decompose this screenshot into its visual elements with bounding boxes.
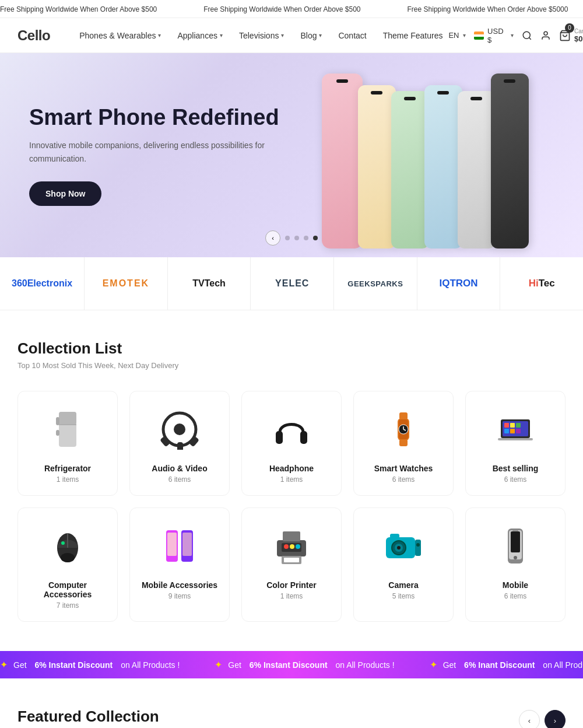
collection-refrigerator[interactable]: Refrigerator 1 items (17, 391, 118, 496)
svg-point-46 (290, 544, 294, 549)
brand-geeksparks[interactable]: GEEKSPARKS (334, 257, 417, 310)
chevron-down-icon: ▾ (511, 32, 514, 38)
svg-point-0 (523, 32, 530, 38)
hero-dot-3[interactable] (304, 236, 308, 240)
collection-mobile[interactable]: Mobile 6 items (465, 508, 566, 622)
collection-mobile-accessories[interactable]: Mobile Accessories 9 items (129, 508, 230, 622)
featured-title: Featured Collection (17, 708, 178, 726)
collection-name: Audio & Video (152, 464, 207, 473)
svg-rect-37 (167, 533, 177, 556)
phone-green (391, 91, 429, 249)
svg-rect-29 (510, 429, 515, 433)
svg-rect-31 (498, 438, 533, 440)
collection-count: 6 items (504, 475, 527, 484)
phone-yellow (358, 85, 396, 249)
svg-rect-54 (390, 534, 399, 538)
nav-appliances[interactable]: Appliances ▾ (171, 26, 229, 45)
chevron-down-icon: ▾ (158, 32, 161, 38)
brands-bar: 360Electronix EMOTEK TVTech YELEC GEEKSP… (0, 257, 583, 310)
svg-rect-25 (504, 423, 509, 428)
nav-blog[interactable]: Blog ▾ (294, 26, 328, 45)
brand-iqtron[interactable]: IQTRON (417, 257, 501, 310)
shop-now-button[interactable]: Shop Now (29, 181, 101, 206)
svg-rect-7 (56, 417, 59, 425)
collection-audio[interactable]: Audio & Video 6 items (129, 391, 230, 496)
nav-theme-features[interactable]: Theme Features (377, 26, 449, 45)
svg-rect-15 (300, 431, 307, 444)
site-logo[interactable]: Cello (17, 27, 50, 44)
collection-count: 1 items (57, 475, 79, 484)
phone-display (322, 62, 524, 249)
mouse-icon (47, 526, 88, 566)
laptop-icon (495, 409, 536, 450)
svg-rect-52 (415, 540, 421, 556)
collection-name: Camera (388, 580, 418, 590)
headphone-icon (271, 409, 312, 450)
svg-rect-28 (504, 429, 509, 433)
svg-rect-30 (516, 429, 521, 433)
hero-dot-4[interactable] (313, 236, 318, 240)
chevron-down-icon: ▾ (319, 32, 322, 38)
collection-camera[interactable]: Camera 5 items (353, 508, 454, 622)
collection-grid-row1: Refrigerator 1 items Audio & Video 6 ite… (17, 391, 566, 496)
nav-phones[interactable]: Phones & Wearables ▾ (73, 26, 167, 45)
phone-black (491, 74, 529, 249)
promo-scrolling: ✦ Get 6% Instant Discount on All Product… (0, 659, 583, 670)
search-icon[interactable] (522, 30, 532, 41)
collection-computer-accessories[interactable]: Computer Accessories 7 items (17, 508, 118, 622)
featured-prev-button[interactable]: ‹ (519, 710, 540, 728)
cart-count: 0 (565, 23, 574, 33)
currency-selector[interactable]: USD $ ▾ (474, 27, 514, 44)
hero-prev-arrow[interactable]: ‹ (265, 230, 280, 246)
chevron-down-icon: ▾ (281, 32, 284, 38)
svg-rect-12 (160, 436, 170, 447)
featured-header: Featured Collection Top 10 Most Sold Thi… (17, 708, 566, 728)
svg-point-2 (544, 32, 547, 35)
svg-rect-26 (510, 423, 515, 428)
svg-rect-11 (177, 442, 183, 450)
hero-title: Smart Phone Redefined (29, 104, 292, 131)
announcement-scrolling: Free Shipping Worldwide When Order Above… (0, 5, 583, 13)
language-selector[interactable]: EN ▾ (448, 31, 465, 40)
svg-rect-42 (283, 531, 300, 541)
phone-silver (458, 91, 496, 249)
collection-bestselling[interactable]: Best selling 6 items (465, 391, 566, 496)
collection-title: Collection List (17, 340, 566, 358)
hero-dot-1[interactable] (285, 236, 290, 240)
collection-printer[interactable]: Color Printer 1 items (241, 508, 342, 622)
cart-button[interactable]: 0 Cart $0.00 (559, 28, 583, 43)
svg-point-51 (397, 546, 401, 550)
collection-count: 1 items (280, 592, 303, 600)
collection-name: Refrigerator (44, 464, 91, 473)
site-header: Cello Phones & Wearables ▾ Appliances ▾ … (0, 18, 583, 53)
svg-rect-39 (182, 533, 192, 556)
svg-line-1 (529, 37, 531, 39)
svg-rect-44 (284, 558, 299, 562)
svg-rect-8 (56, 430, 59, 436)
svg-rect-13 (189, 436, 199, 447)
header-actions: EN ▾ USD $ ▾ 0 Cart $0.00 (448, 27, 583, 44)
brand-emotek[interactable]: EMOTEK (85, 257, 168, 310)
collection-name: Computer Accessories (24, 580, 111, 599)
brand-hitec[interactable]: HiTec (500, 257, 583, 310)
cart-amount: $0.00 (574, 34, 583, 43)
hero-dot-2[interactable] (294, 236, 299, 240)
collection-name: Mobile (503, 580, 528, 590)
svg-point-47 (284, 544, 289, 549)
cart-label: Cart (574, 28, 583, 34)
brand-yelec[interactable]: YELEC (251, 257, 334, 310)
collection-count: 7 items (57, 601, 79, 610)
nav-televisions[interactable]: Televisions ▾ (233, 26, 290, 45)
collection-headphone[interactable]: Headphone 1 items (241, 391, 342, 496)
collection-count: 9 items (168, 592, 191, 600)
svg-point-34 (61, 553, 75, 562)
collection-count: 6 items (504, 592, 527, 600)
account-icon[interactable] (540, 30, 551, 41)
featured-next-button[interactable]: › (545, 710, 566, 728)
brand-tvtech[interactable]: TVTech (168, 257, 251, 310)
brand-360electronix[interactable]: 360Electronix (0, 257, 85, 310)
svg-rect-57 (511, 531, 520, 552)
nav-contact[interactable]: Contact (332, 26, 372, 45)
main-nav: Phones & Wearables ▾ Appliances ▾ Televi… (73, 26, 448, 45)
collection-watches[interactable]: Smart Watches 6 items (353, 391, 454, 496)
